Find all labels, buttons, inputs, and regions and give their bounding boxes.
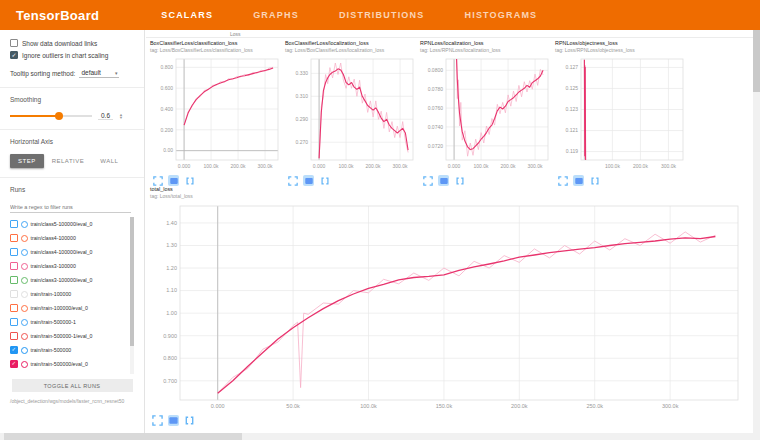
tab-histograms[interactable]: HISTOGRAMS	[464, 10, 537, 20]
run-item[interactable]: train/class5-100000/eval_0	[10, 217, 134, 231]
expand-chart-icon[interactable]	[422, 175, 433, 186]
svg-text:0.700: 0.700	[163, 378, 177, 384]
axis-relative-button[interactable]: RELATIVE	[44, 154, 93, 168]
svg-text:300.0k: 300.0k	[661, 163, 677, 169]
smoothing-slider[interactable]	[10, 115, 92, 117]
run-checkbox[interactable]	[10, 262, 18, 270]
svg-text:0.000: 0.000	[448, 163, 461, 169]
svg-text:200.0k: 200.0k	[633, 163, 649, 169]
run-checkbox[interactable]	[10, 248, 18, 256]
chart-tag: tag: Loss/total_loss	[150, 193, 750, 199]
svg-text:0.290: 0.290	[295, 116, 308, 122]
chart-toolbar	[557, 175, 686, 186]
svg-text:200.0k: 200.0k	[231, 163, 247, 169]
fit-domain-icon[interactable]	[184, 175, 195, 186]
line-chart[interactable]: 0.2700.2900.3100.3300.000100.0k200.0k300…	[285, 55, 416, 173]
run-checkbox[interactable]	[10, 234, 18, 242]
run-checkbox[interactable]	[10, 220, 18, 228]
full-size-icon[interactable]	[573, 175, 584, 186]
smoothing-value[interactable]: 0.6	[98, 112, 113, 120]
run-checkbox[interactable]	[10, 290, 18, 298]
show-download-links-checkbox-row[interactable]: Show data download links	[10, 39, 134, 47]
svg-text:250.0k: 250.0k	[586, 403, 603, 409]
slider-thumb-icon[interactable]	[55, 112, 63, 120]
run-list-scrollbar[interactable]	[130, 217, 134, 374]
line-chart[interactable]: 0.1190.1210.1230.1250.127100.0k200.0k300…	[555, 55, 686, 173]
run-color-circle[interactable]	[21, 319, 28, 326]
chart-tag: tag: Loss/BoxClassifierLoss/classificati…	[150, 47, 281, 53]
tensorboard-app: TensorBoard SCALARSGRAPHSDISTRIBUTIONSHI…	[0, 0, 760, 440]
svg-text:0.119: 0.119	[566, 148, 578, 154]
fit-domain-icon[interactable]	[589, 175, 600, 186]
run-color-circle[interactable]	[21, 277, 28, 284]
scrollbar-thumb[interactable]	[753, 30, 760, 92]
toggle-all-runs-button[interactable]: TOGGLE ALL RUNS	[12, 379, 133, 392]
run-item[interactable]: train/class4-100000/eval_0	[10, 245, 134, 259]
run-color-circle[interactable]	[21, 249, 28, 256]
full-size-icon[interactable]	[168, 415, 179, 426]
tooltip-sort-dropdown[interactable]: default ▾	[79, 68, 119, 78]
horizontal-scrollbar[interactable]	[0, 433, 753, 440]
run-color-circle[interactable]	[21, 347, 28, 354]
run-name: train/class3-100000	[31, 263, 76, 269]
full-size-icon[interactable]	[438, 175, 449, 186]
axis-step-button[interactable]: STEP	[10, 154, 44, 168]
run-color-circle[interactable]	[21, 221, 28, 228]
run-checkbox[interactable]	[10, 318, 18, 326]
run-checkbox[interactable]: ✓	[10, 346, 18, 354]
run-name: train/train-500000-1	[31, 319, 76, 325]
ignore-outliers-checkbox-row[interactable]: Ignore outliers in chart scaling	[10, 51, 134, 59]
run-item[interactable]: train/class4-100000	[10, 231, 134, 245]
tab-graphs[interactable]: GRAPHS	[253, 10, 299, 20]
run-item[interactable]: train/class3-100000/eval_0	[10, 273, 134, 287]
run-item[interactable]: ✓train/train-500000	[10, 343, 134, 357]
chart-card: RPNLoss/localization_loss tag: Loss/RPNL…	[420, 40, 551, 186]
scrollbar-thumb[interactable]	[4, 433, 242, 440]
line-chart[interactable]: 0.7000.8000.9001.001.101.201.301.400.000…	[150, 201, 746, 413]
expand-chart-icon[interactable]	[152, 415, 163, 426]
checkbox-icon[interactable]	[10, 51, 18, 59]
expand-chart-icon[interactable]	[287, 175, 298, 186]
fit-domain-icon[interactable]	[319, 175, 330, 186]
run-checkbox[interactable]	[10, 332, 18, 340]
run-color-circle[interactable]	[21, 305, 28, 312]
run-color-circle[interactable]	[21, 291, 28, 298]
line-chart[interactable]: 0.07200.07400.07600.07800.08000.000100.0…	[420, 55, 551, 173]
run-item[interactable]: train/class3-100000	[10, 259, 134, 273]
run-checkbox[interactable]: ✓	[10, 360, 18, 368]
smoothing-spinner[interactable]: ▲ ▼	[119, 113, 123, 120]
run-item[interactable]: train/train-500000-1/eval_0	[10, 329, 134, 343]
line-chart[interactable]: 0.000.2000.4000.6000.8000.000100.0k200.0…	[150, 55, 281, 173]
svg-text:0.0760: 0.0760	[428, 105, 444, 111]
expand-chart-icon[interactable]	[152, 175, 163, 186]
run-color-circle[interactable]	[21, 235, 28, 242]
run-item[interactable]: train/train-100000	[10, 287, 134, 301]
svg-text:0.000: 0.000	[313, 163, 326, 169]
checkbox-icon[interactable]	[10, 39, 18, 47]
run-item[interactable]: ✓train/train-500000/eval_0	[10, 357, 134, 371]
svg-text:50.0k: 50.0k	[286, 403, 300, 409]
full-size-icon[interactable]	[168, 175, 179, 186]
full-size-icon[interactable]	[303, 175, 314, 186]
tag-group-header[interactable]: Loss	[146, 30, 753, 38]
run-item[interactable]: train/train-500000-1	[10, 315, 134, 329]
expand-chart-icon[interactable]	[557, 175, 568, 186]
svg-text:0.800: 0.800	[163, 355, 177, 361]
fit-domain-icon[interactable]	[454, 175, 465, 186]
tab-scalars[interactable]: SCALARS	[161, 10, 213, 20]
run-checkbox[interactable]	[10, 276, 18, 284]
run-color-circle[interactable]	[21, 333, 28, 340]
chart-card: BoxClassifierLoss/classification_loss ta…	[150, 40, 281, 186]
run-checkbox[interactable]	[10, 304, 18, 312]
vertical-scrollbar[interactable]	[753, 30, 760, 433]
spinner-down-icon[interactable]: ▼	[119, 116, 123, 120]
fit-domain-icon[interactable]	[184, 415, 195, 426]
run-filter-input[interactable]	[10, 202, 131, 213]
run-color-circle[interactable]	[21, 263, 28, 270]
axis-wall-button[interactable]: WALL	[92, 154, 126, 168]
tab-distributions[interactable]: DISTRIBUTIONS	[339, 10, 425, 20]
svg-text:1.20: 1.20	[166, 265, 177, 271]
svg-text:300.0k: 300.0k	[662, 403, 679, 409]
run-item[interactable]: train/train-100000/eval_0	[10, 301, 134, 315]
run-color-circle[interactable]	[21, 361, 28, 368]
